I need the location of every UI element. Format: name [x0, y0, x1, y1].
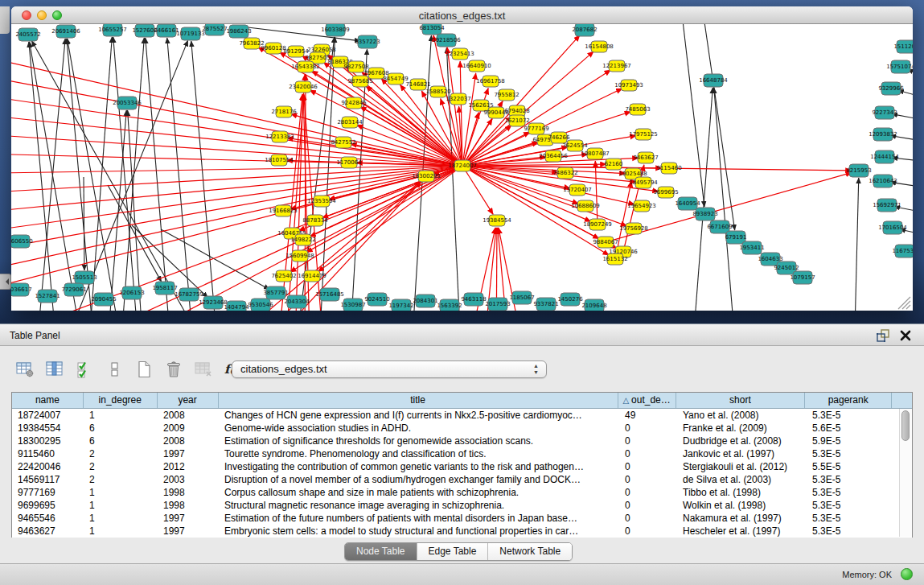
network-node[interactable]: 9530546 [248, 299, 273, 311]
network-node[interactable]: 1958117 [152, 282, 177, 295]
table-row[interactable]: 946362711997Embryonic stem cells: a mode… [12, 525, 912, 538]
table-row[interactable]: 1872400712008Changes of HCN gene express… [12, 409, 912, 422]
network-node[interactable]: 8938923 [692, 208, 717, 220]
network-node[interactable]: 2606550 [11, 235, 33, 248]
window-titlebar[interactable]: citations_edges.txt [11, 6, 913, 24]
table-row[interactable]: 2242004622012Investigating the contribut… [12, 460, 912, 473]
tab-network-table[interactable]: Network Table [488, 543, 572, 560]
network-node[interactable]: 23420046 [289, 81, 318, 93]
vertical-scrollbar[interactable] [899, 409, 912, 537]
network-node[interactable]: 1079157 [790, 271, 815, 284]
network-node[interactable]: 1615132 [602, 253, 627, 265]
network-node[interactable]: 17975125 [629, 129, 658, 140]
network-node[interactable]: 12213967 [602, 60, 631, 72]
resize-grip-icon[interactable] [898, 297, 910, 309]
network-node[interactable]: 7485063 [625, 104, 650, 115]
network-node[interactable]: 8357223 [355, 35, 380, 48]
network-node[interactable]: 17016504 [878, 221, 907, 234]
network-node[interactable]: 9699695 [653, 187, 678, 198]
tab-edge-table[interactable]: Edge Table [417, 543, 489, 560]
table-row[interactable]: 946554611997Estimation of the future num… [12, 512, 912, 525]
network-node[interactable]: 7625402 [271, 270, 296, 282]
rows-icon[interactable] [104, 359, 125, 380]
network-node[interactable]: 9463627 [633, 152, 658, 163]
network-node[interactable]: 62160 [605, 159, 622, 170]
network-node[interactable]: 9242845 [341, 97, 366, 109]
network-node[interactable]: 2875527 [202, 24, 227, 35]
network-node[interactable]: 7486322 [552, 167, 577, 179]
table-settings-icon[interactable] [14, 359, 35, 380]
network-node[interactable]: 1527841 [35, 290, 60, 303]
network-node[interactable]: 9115460 [656, 163, 681, 174]
network-node[interactable]: 16033809 [321, 24, 350, 36]
network-node[interactable]: 6813054 [419, 24, 445, 35]
network-node[interactable]: 12093832 [869, 128, 897, 141]
column-header-name[interactable]: name [12, 393, 84, 408]
network-node[interactable]: 9036617 [11, 283, 32, 296]
float-panel-icon[interactable] [876, 328, 890, 343]
network-node[interactable]: 8427552 [331, 137, 355, 148]
network-node[interactable]: 19384554 [483, 215, 511, 226]
table-row[interactable]: 977716911998Corpus callosum shape and si… [12, 486, 912, 499]
panel-collapse-arrow-icon[interactable] [0, 274, 11, 290]
network-node[interactable]: 10719133 [176, 27, 205, 40]
new-file-icon[interactable] [133, 359, 154, 380]
network-node[interactable]: 8960128 [261, 43, 285, 54]
scrollbar-thumb[interactable] [901, 410, 910, 441]
network-node[interactable]: 2109648 [581, 299, 606, 311]
column-header-short[interactable]: short [676, 393, 806, 408]
network-node[interactable]: 8215953 [846, 164, 871, 177]
network-node[interactable]: 7955812 [494, 89, 519, 101]
network-node[interactable]: 2084301 [413, 295, 437, 307]
network-node[interactable]: 1563392 [437, 299, 462, 311]
network-node[interactable]: 1170064 [336, 157, 362, 168]
network-node[interactable]: 1404794 [224, 301, 249, 311]
network-node[interactable]: 3857791 [263, 286, 288, 299]
network-node[interactable]: 1185067 [509, 291, 534, 304]
network-node[interactable]: 19654923 [627, 200, 656, 212]
checklist-icon[interactable] [74, 359, 95, 380]
table-row[interactable]: 1456911722003Disruption of a novel membe… [12, 473, 912, 486]
network-node[interactable]: 19218506 [432, 34, 461, 47]
network-node[interactable]: 9463118 [461, 293, 486, 306]
column-header-out_de[interactable]: △out_de… [618, 393, 676, 408]
column-header-title[interactable]: title [219, 393, 618, 408]
network-node[interactable]: 12444154 [870, 150, 899, 163]
network-node[interactable]: 10688609 [571, 200, 600, 212]
network-node[interactable]: 1986243 [226, 25, 251, 38]
network-node[interactable]: 10973493 [614, 80, 643, 91]
network-node[interactable]: 16154808 [585, 41, 614, 52]
network-node[interactable]: 16914479 [298, 270, 326, 282]
table-select-dropdown[interactable]: citations_edges.txt ▲▼ [232, 360, 547, 378]
network-node[interactable]: 746266 [548, 132, 570, 143]
network-node[interactable]: 16543382 [291, 61, 320, 72]
network-node[interactable]: 16648784 [699, 74, 728, 87]
network-node[interactable]: 12325413 [446, 48, 474, 60]
trash-icon[interactable] [163, 359, 184, 380]
network-node[interactable]: 9337821 [533, 298, 558, 311]
network-node[interactable]: 9884067 [593, 237, 618, 248]
network-canvas[interactable]: 1872400718300295193845547963822896012889… [11, 24, 913, 311]
network-node[interactable]: 2718176 [271, 106, 297, 117]
network-node[interactable]: 7729061 [61, 283, 86, 296]
network-node[interactable]: 9329966 [878, 82, 904, 95]
network-node[interactable]: 9875685 [347, 76, 372, 87]
tab-node-table[interactable]: Node Table [345, 543, 417, 560]
network-node[interactable]: 2405572 [15, 28, 40, 41]
network-node[interactable]: 18495794 [629, 177, 658, 188]
column-chooser-icon[interactable] [44, 359, 65, 380]
table-row[interactable]: 969969511998Structural magnetic resonanc… [12, 499, 912, 512]
network-node[interactable]: 1167533 [892, 245, 913, 257]
network-node[interactable]: 16210643 [869, 175, 897, 187]
network-node[interactable]: 8454749 [383, 73, 408, 84]
table-row[interactable]: 911546021997Tourette syndrome. Phenomeno… [12, 447, 912, 460]
network-node[interactable]: 15751074 [886, 60, 913, 73]
network-node[interactable]: 19756928 [619, 223, 648, 234]
network-node[interactable]: 10807487 [581, 148, 610, 159]
network-node[interactable]: 1450276 [557, 293, 583, 306]
network-node[interactable]: 16640910 [462, 60, 491, 72]
network-node[interactable]: 20691406 [51, 25, 80, 38]
network-node[interactable]: 9024510 [364, 293, 389, 306]
column-header-in_degree[interactable]: in_degree [84, 393, 158, 408]
network-node[interactable]: 2090455 [91, 293, 116, 306]
